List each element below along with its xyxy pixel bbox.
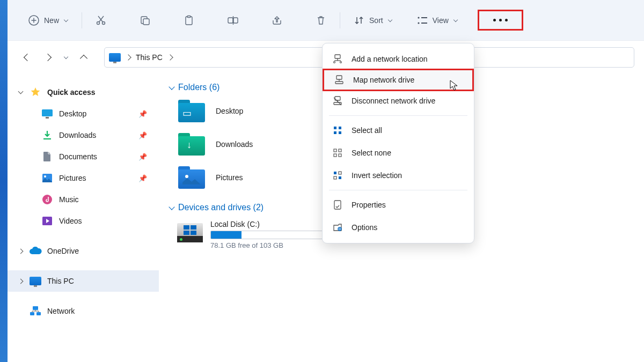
svg-point-3 <box>97 21 100 24</box>
pin-icon: 📌 <box>138 153 147 161</box>
svg-rect-44 <box>339 131 341 134</box>
menu-properties[interactable]: Properties <box>323 194 474 216</box>
desktop-folder-icon: ▭ <box>178 100 205 122</box>
scissors-icon <box>95 14 107 26</box>
svg-rect-18 <box>42 109 53 116</box>
chevron-down-icon <box>387 18 393 23</box>
sidebar-item-quick-access[interactable]: Quick access <box>8 82 159 103</box>
invert-icon <box>332 170 343 181</box>
chevron-right-icon <box>167 54 173 60</box>
svg-point-22 <box>44 175 46 178</box>
svg-rect-9 <box>186 17 192 25</box>
chevron-down-icon <box>453 18 458 23</box>
menu-options[interactable]: Options <box>323 216 474 239</box>
menu-label: Properties <box>352 201 386 209</box>
svg-line-6 <box>98 16 103 22</box>
delete-button[interactable] <box>310 10 332 31</box>
this-pc-label: This PC <box>47 277 74 285</box>
svg-rect-27 <box>36 312 41 315</box>
cut-button[interactable] <box>90 10 112 31</box>
menu-map-network-drive[interactable]: Map network drive <box>323 69 474 91</box>
svg-rect-42 <box>339 127 341 129</box>
music-icon <box>41 193 54 206</box>
trash-icon <box>315 14 327 26</box>
desktop-background-strip <box>0 0 8 362</box>
properties-icon <box>332 200 343 210</box>
copy-icon <box>139 14 151 26</box>
up-button[interactable] <box>74 48 93 67</box>
menu-select-all[interactable]: Select all <box>323 119 474 142</box>
breadcrumb-current: This PC <box>136 53 163 62</box>
sidebar-item-videos[interactable]: Videos <box>8 210 159 232</box>
this-pc-icon <box>109 53 121 62</box>
sort-icon <box>353 14 365 26</box>
sidebar-item-documents[interactable]: Documents 📌 <box>8 146 159 167</box>
onedrive-label: OneDrive <box>47 247 79 255</box>
pin-icon: 📌 <box>138 131 147 139</box>
rename-button[interactable] <box>222 10 244 31</box>
local-disk-icon <box>177 223 203 242</box>
new-button[interactable]: New <box>23 10 74 31</box>
drive-usage-bar <box>210 231 339 239</box>
menu-invert-selection[interactable]: Invert selection <box>323 164 474 187</box>
svg-rect-10 <box>187 16 191 17</box>
sidebar-item-onedrive[interactable]: OneDrive <box>8 240 159 262</box>
map-drive-icon <box>334 75 345 85</box>
options-icon <box>332 222 343 233</box>
document-icon <box>41 150 54 163</box>
svg-rect-48 <box>339 154 341 157</box>
video-icon <box>41 215 54 227</box>
ellipsis-icon <box>493 19 496 21</box>
svg-rect-52 <box>339 176 341 179</box>
chevron-right-icon <box>18 278 23 284</box>
forward-button[interactable] <box>39 48 58 67</box>
monitor-icon <box>29 275 42 287</box>
sort-button[interactable]: Sort <box>348 10 398 31</box>
drive-local-c[interactable]: Local Disk (C:) 78.1 GB free of 103 GB <box>177 220 339 249</box>
sidebar-item-pictures[interactable]: Pictures 📌 <box>8 167 159 189</box>
sidebar-item-desktop[interactable]: Desktop 📌 <box>8 103 159 124</box>
menu-disconnect-network-drive[interactable]: Disconnect network drive <box>323 90 474 112</box>
share-icon <box>271 14 283 26</box>
back-button[interactable] <box>17 48 36 67</box>
recent-button[interactable] <box>60 48 72 67</box>
pictures-folder-icon <box>178 166 205 189</box>
menu-select-none[interactable]: Select none <box>323 142 474 164</box>
arrow-up-icon <box>80 54 87 61</box>
copy-button[interactable] <box>134 10 156 31</box>
chevron-down-icon <box>169 204 174 210</box>
sidebar-item-music[interactable]: Music <box>8 189 159 210</box>
folders-title: Folders (6) <box>178 83 219 92</box>
menu-label: Invert selection <box>352 171 402 180</box>
more-button-highlight <box>478 10 523 31</box>
folder-label: Downloads <box>216 140 253 149</box>
menu-separator <box>329 115 467 116</box>
svg-rect-36 <box>335 82 343 84</box>
menu-label: Select none <box>352 149 391 157</box>
sort-label: Sort <box>369 16 383 25</box>
pin-icon: 📌 <box>138 110 147 118</box>
menu-separator <box>329 190 467 190</box>
svg-rect-51 <box>334 176 336 179</box>
sidebar-item-downloads[interactable]: Downloads 📌 <box>8 124 159 146</box>
menu-label: Options <box>352 223 377 232</box>
svg-rect-25 <box>33 306 38 310</box>
more-button[interactable] <box>490 13 511 27</box>
sidebar-item-this-pc[interactable]: This PC <box>8 270 159 292</box>
svg-rect-53 <box>334 201 341 209</box>
svg-rect-41 <box>334 127 336 129</box>
svg-rect-8 <box>143 19 149 25</box>
svg-point-33 <box>340 62 342 63</box>
view-button[interactable]: View <box>411 10 464 31</box>
chevron-down-icon <box>63 18 69 23</box>
menu-add-network-location[interactable]: Add a network location <box>323 48 474 70</box>
menu-label: Add a network location <box>352 55 428 63</box>
downloads-label: Downloads <box>59 131 96 139</box>
more-context-menu: Add a network location Map network drive… <box>322 43 474 243</box>
paste-button[interactable] <box>178 10 200 31</box>
desktop-icon <box>41 107 54 120</box>
svg-rect-29 <box>335 55 340 58</box>
sidebar-item-network[interactable]: Network <box>8 300 159 322</box>
chevron-down-icon <box>18 89 23 94</box>
share-button[interactable] <box>266 10 288 31</box>
